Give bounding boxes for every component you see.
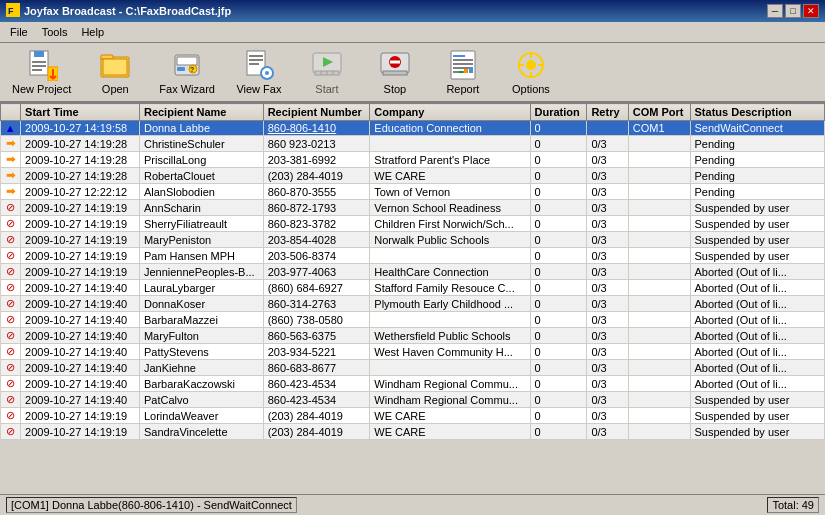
status-cell: SendWaitConnect <box>690 121 824 136</box>
close-button[interactable]: ✕ <box>803 4 819 18</box>
duration-cell: 0 <box>530 296 587 312</box>
com-port-cell <box>628 232 690 248</box>
com-port-cell <box>628 360 690 376</box>
table-row[interactable]: ⊘2009-10-27 14:19:40PattyStevens203-934-… <box>1 344 825 360</box>
report-icon <box>447 49 479 81</box>
recipient-cell: PatCalvo <box>139 392 263 408</box>
start-time-cell: 2009-10-27 14:19:40 <box>21 360 140 376</box>
retry-cell: 0/3 <box>587 168 628 184</box>
start-time-cell: 2009-10-27 14:19:19 <box>21 200 140 216</box>
company-cell: Windham Regional Commu... <box>370 392 530 408</box>
svg-text:F: F <box>8 6 14 16</box>
duration-cell: 0 <box>530 200 587 216</box>
table-row[interactable]: ⊘2009-10-27 14:19:19MaryPeniston203-854-… <box>1 232 825 248</box>
options-button[interactable]: Options <box>501 47 561 97</box>
minimize-button[interactable]: ─ <box>767 4 783 18</box>
red-stop-icon: ⊘ <box>6 217 15 229</box>
status-cell: Suspended by user <box>690 248 824 264</box>
red-stop-icon: ⊘ <box>6 249 15 261</box>
table-row[interactable]: ⊘2009-10-27 14:19:40DonnaKoser860-314-27… <box>1 296 825 312</box>
recipient-cell: PriscillaLong <box>139 152 263 168</box>
fax-wizard-button[interactable]: ? Fax Wizard <box>153 47 221 97</box>
recipient-cell: BarbaraKaczowski <box>139 376 263 392</box>
right-arrow-icon: ➡ <box>6 169 15 181</box>
table-row[interactable]: ▲2009-10-27 14:19:58Donna Labbe860-806-1… <box>1 121 825 136</box>
table-row[interactable]: ⊘2009-10-27 14:19:40LauraLybarger(860) 6… <box>1 280 825 296</box>
table-row[interactable]: ⊘2009-10-27 14:19:19AnnScharin860-872-17… <box>1 200 825 216</box>
report-button[interactable]: Report <box>433 47 493 97</box>
table-row[interactable]: ➡2009-10-27 14:19:28ChristineSchuler860 … <box>1 136 825 152</box>
view-fax-button[interactable]: View Fax <box>229 47 289 97</box>
start-time-cell: 2009-10-27 14:19:40 <box>21 344 140 360</box>
table-row[interactable]: ⊘2009-10-27 14:19:19Pam Hansen MPH203-50… <box>1 248 825 264</box>
start-button[interactable]: Start <box>297 47 357 97</box>
table-row[interactable]: ➡2009-10-27 12:22:12AlanSlobodien860-870… <box>1 184 825 200</box>
table-row[interactable]: ⊘2009-10-27 14:19:40PatCalvo860-423-4534… <box>1 392 825 408</box>
svg-rect-42 <box>464 69 468 73</box>
start-time-cell: 2009-10-27 14:19:28 <box>21 168 140 184</box>
duration-cell: 0 <box>530 184 587 200</box>
col-recipient: Recipient Name <box>139 104 263 121</box>
table-row[interactable]: ⊘2009-10-27 14:19:40BarbaraKaczowski860-… <box>1 376 825 392</box>
open-button[interactable]: Open <box>85 47 145 97</box>
status-cell: Suspended by user <box>690 232 824 248</box>
company-cell <box>370 248 530 264</box>
right-arrow-icon: ➡ <box>6 137 15 149</box>
com-port-cell <box>628 392 690 408</box>
company-cell: Wethersfield Public Schools <box>370 328 530 344</box>
svg-rect-3 <box>34 51 44 57</box>
svg-point-24 <box>265 71 269 75</box>
right-arrow-icon: ➡ <box>6 153 15 165</box>
menu-help[interactable]: Help <box>75 24 110 40</box>
menu-tools[interactable]: Tools <box>36 24 74 40</box>
fax-list-table-container[interactable]: Start Time Recipient Name Recipient Numb… <box>0 103 825 494</box>
status-cell: Suspended by user <box>690 216 824 232</box>
status-cell: Pending <box>690 152 824 168</box>
com-port-cell <box>628 280 690 296</box>
svg-rect-38 <box>453 63 473 65</box>
table-row[interactable]: ⊘2009-10-27 14:19:19SherryFiliatreault86… <box>1 216 825 232</box>
com-port-cell <box>628 184 690 200</box>
table-row[interactable]: ⊘2009-10-27 14:19:19LorindaWeaver(203) 2… <box>1 408 825 424</box>
table-row[interactable]: ⊘2009-10-27 14:19:40BarbaraMazzei(860) 7… <box>1 312 825 328</box>
status-cell: Aborted (Out of li... <box>690 264 824 280</box>
company-cell: West Haven Community H... <box>370 344 530 360</box>
table-row[interactable]: ➡2009-10-27 14:19:28RobertaClouet(203) 2… <box>1 168 825 184</box>
row-icon-cell: ▲ <box>1 121 21 136</box>
col-retry: Retry <box>587 104 628 121</box>
row-icon-cell: ➡ <box>1 136 21 152</box>
start-time-cell: 2009-10-27 12:22:12 <box>21 184 140 200</box>
status-cell: Aborted (Out of li... <box>690 312 824 328</box>
red-stop-icon: ⊘ <box>6 233 15 245</box>
start-time-cell: 2009-10-27 14:19:19 <box>21 424 140 440</box>
up-arrow-icon: ▲ <box>5 122 16 134</box>
start-time-cell: 2009-10-27 14:19:40 <box>21 312 140 328</box>
status-cell: Pending <box>690 168 824 184</box>
menu-file[interactable]: File <box>4 24 34 40</box>
status-bar: [COM1] Donna Labbe(860-806-1410) - SendW… <box>0 494 825 515</box>
table-row[interactable]: ➡2009-10-27 14:19:28PriscillaLong203-381… <box>1 152 825 168</box>
svg-rect-36 <box>453 55 465 57</box>
retry-cell: 0/3 <box>587 184 628 200</box>
recipient-cell: JanKiehne <box>139 360 263 376</box>
start-icon <box>311 49 343 81</box>
table-row[interactable]: ⊘2009-10-27 14:19:40JanKiehne860-683-867… <box>1 360 825 376</box>
window-controls: ─ □ ✕ <box>767 4 819 18</box>
table-row[interactable]: ⊘2009-10-27 14:19:40MaryFulton860-563-63… <box>1 328 825 344</box>
start-time-cell: 2009-10-27 14:19:19 <box>21 232 140 248</box>
new-project-button[interactable]: New Project <box>6 47 77 97</box>
company-cell: Stafford Family Resouce C... <box>370 280 530 296</box>
stop-button[interactable]: Stop <box>365 47 425 97</box>
number-cell: 203-506-8374 <box>263 248 370 264</box>
maximize-button[interactable]: □ <box>785 4 801 18</box>
table-row[interactable]: ⊘2009-10-27 14:19:19JenniennePeoples-B..… <box>1 264 825 280</box>
recipient-cell: MaryPeniston <box>139 232 263 248</box>
company-cell: WE CARE <box>370 168 530 184</box>
status-cell: Aborted (Out of li... <box>690 280 824 296</box>
status-left: [COM1] Donna Labbe(860-806-1410) - SendW… <box>6 497 297 513</box>
red-stop-icon: ⊘ <box>6 329 15 341</box>
row-icon-cell: ⊘ <box>1 280 21 296</box>
table-row[interactable]: ⊘2009-10-27 14:19:19SandraVincelette(203… <box>1 424 825 440</box>
svg-rect-48 <box>519 64 524 66</box>
red-stop-icon: ⊘ <box>6 201 15 213</box>
